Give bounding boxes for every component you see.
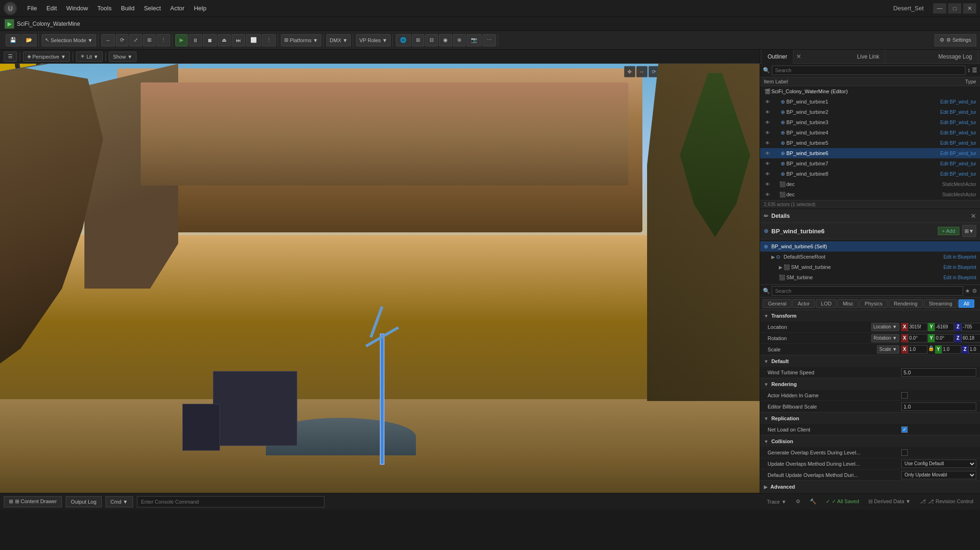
comp-sm-turbine[interactable]: ⬛ SM_turbine Edit in Blueprint [760,272,980,282]
outliner-tab[interactable]: Outliner [762,50,793,64]
settings-play-btn[interactable]: ⋮ [262,34,276,46]
details-search-input[interactable] [772,286,963,296]
tab-physics[interactable]: Physics [859,299,888,308]
location-z-input[interactable] [961,323,980,331]
toolbar-btn-2[interactable]: ⊟ [425,34,438,46]
visibility-icon[interactable]: 👁 [764,99,771,104]
vp-tool-select[interactable]: ✥ [624,66,635,77]
platforms-dropdown[interactable]: ⊞ Platforms ▼ [281,34,321,46]
toolbar-btn-4[interactable]: ⊕ [453,34,466,46]
transform-header[interactable]: ▼ Transform [760,310,980,321]
edit-action-bp1[interactable]: Edit BP_wind_tur [940,99,976,104]
vp-roles-dropdown[interactable]: VP Roles ▼ [356,34,391,46]
visibility-icon-5[interactable]: 👁 [764,141,771,146]
visibility-icon-6[interactable]: 👁 [764,151,771,156]
edit-action-bp3[interactable]: Edit BP_wind_tur [940,120,976,125]
net-load-checkbox[interactable]: ✓ [901,426,908,433]
advanced-header[interactable]: ▶ Advanced [760,481,980,492]
visibility-icon-8[interactable]: 👁 [764,171,771,177]
details-options-icon[interactable]: ⚙ [972,288,977,294]
scale-lock-icon[interactable]: 🔒 [928,345,935,354]
location-x-input[interactable] [908,323,927,331]
rendering-header[interactable]: ▼ Rendering [760,379,980,390]
rotation-dropdown[interactable]: Rotation ▼ [871,334,899,342]
generate-overlap-checkbox[interactable] [901,449,908,456]
outliner-search-input[interactable] [772,66,965,75]
rotation-y-input[interactable] [935,334,954,342]
console-input[interactable] [137,496,324,507]
outliner-item-bp5[interactable]: 👁 ⊕ BP_wind_turbine5 Edit BP_wind_tur [760,138,980,148]
sort-icon[interactable]: ↕ [967,67,970,74]
visibility-icon-7[interactable]: 👁 [764,161,771,166]
comp-sm-wind-turbine[interactable]: ▶ ⬛ SM_wind_turbine Edit in Blueprint [760,262,980,272]
comp-default-scene-root[interactable]: ▶ ⊙ DefaultSceneRoot Edit in Blueprint [760,252,980,262]
collision-header[interactable]: ▼ Collision [760,436,980,447]
transform-mode-btn[interactable]: ⊞ [143,34,156,46]
perspective-btn[interactable]: ◈ Perspective ▼ [23,52,70,62]
vp-tool-translate[interactable]: ↔ [636,66,648,77]
actor-hidden-checkbox[interactable] [901,392,908,399]
visibility-icon-3[interactable]: 👁 [764,120,771,125]
menu-item-select[interactable]: Select [139,3,166,14]
comp-self[interactable]: ⊕ BP_wind_turbine6 (Self) [760,241,980,252]
outliner-item-bp8[interactable]: 👁 ⊕ BP_wind_turbine8 Edit BP_wind_tur [760,169,980,179]
transform-btn[interactable]: ↔ [101,34,115,46]
more-options-btn[interactable]: ⋮ [157,34,170,46]
edit-action-bp2[interactable]: Edit BP_wind_tur [940,110,976,115]
filter-icon[interactable]: ☰ [972,67,977,74]
menu-item-file[interactable]: File [23,3,42,14]
wind-speed-input[interactable] [901,368,976,377]
outliner-item-dec2[interactable]: 👁 ⬛ dec StaticMeshActor [760,189,980,200]
replication-header[interactable]: ▼ Replication [760,413,980,424]
scale-dropdown[interactable]: Scale ▼ [877,345,899,354]
edit-action-bp8[interactable]: Edit BP_wind_tur [940,171,976,177]
pause-button[interactable]: ⏸ [188,34,202,46]
tab-lod[interactable]: LOD [816,299,837,308]
toolbar-btn-6[interactable]: ⋯ [482,34,496,46]
close-button[interactable]: ✕ [963,3,976,14]
location-y-input[interactable] [935,323,954,331]
skip-frame-btn[interactable]: ⬜ [246,34,261,46]
menu-item-edit[interactable]: Edit [42,3,61,14]
location-dropdown[interactable]: Location ▼ [871,323,899,331]
build-indicator[interactable]: 🔨 [807,498,819,505]
tab-general[interactable]: General [763,299,792,308]
edit-action-bp7[interactable]: Edit BP_wind_tur [940,161,976,166]
billboard-scale-input[interactable] [901,402,976,411]
cmd-button[interactable]: Cmd ▼ [106,496,133,507]
settings-button[interactable]: ⚙ ⚙ Settings [935,34,976,46]
toolbar-btn-1[interactable]: ⊞ [412,34,424,46]
scale-x-input[interactable] [908,345,927,354]
all-saved-status[interactable]: ✓ ✓ All Saved [823,498,862,505]
tab-misc[interactable]: Misc [837,299,859,308]
scale-btn[interactable]: ⤢ [129,34,142,46]
update-overlaps-dropdown[interactable]: Use Config Default [901,460,976,468]
edit-action-bp4[interactable]: Edit BP_wind_tur [940,130,976,135]
derived-data-btn[interactable]: ⊟ Derived Data ▼ [866,498,913,505]
outliner-item-bp2[interactable]: 👁 ⊕ BP_wind_turbine2 Edit BP_wind_tur [760,107,980,117]
visibility-icon-dec2[interactable]: 👁 [764,192,771,197]
comp-turbine-action[interactable]: Edit in Blueprint [943,275,976,280]
stop-button[interactable]: ⏹ [203,34,217,46]
output-log-button[interactable]: Output Log [66,496,101,507]
outliner-item-bp1[interactable]: 👁 ⊕ BP_wind_turbine1 Edit BP_wind_tur [760,97,980,107]
outliner-item-bp4[interactable]: 👁 ⊕ BP_wind_turbine4 Edit BP_wind_tur [760,127,980,138]
settings-bottom-btn[interactable]: ⚙ [793,498,803,505]
details-filter-icon[interactable]: ★ [965,288,970,294]
rotation-x-input[interactable] [908,334,927,342]
viewport-scene[interactable] [0,64,760,493]
lit-btn[interactable]: ☀ Lit ▼ [76,52,103,62]
tab-all[interactable]: All [958,299,974,308]
menu-item-tools[interactable]: Tools [93,3,116,14]
minimize-button[interactable]: — [933,3,946,14]
details-close-btn[interactable]: ✕ [971,212,976,220]
network-btn[interactable]: 🌐 [396,34,411,46]
message-log-tab[interactable]: Message Log [933,50,978,64]
content-drawer-button[interactable]: ⊞ ⊞ Content Drawer [4,496,62,507]
tab-rendering[interactable]: Rendering [889,299,923,308]
visibility-icon-4[interactable]: 👁 [764,130,771,135]
outliner-root-item[interactable]: 🎬 SciFi_Colony_WaterMine (Editor) [760,86,980,97]
visibility-icon-2[interactable]: 👁 [764,110,771,115]
scale-z-input[interactable] [968,345,980,354]
add-component-button[interactable]: + Add [938,227,959,235]
